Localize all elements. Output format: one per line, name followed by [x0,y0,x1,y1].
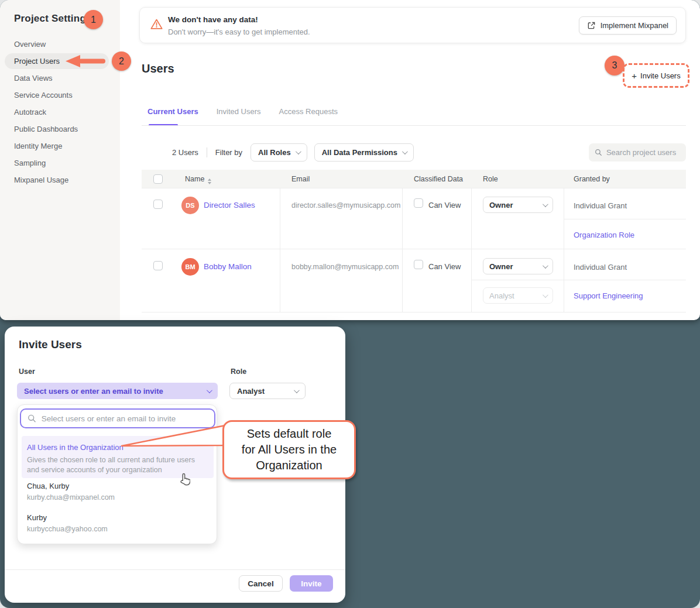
banner-subtitle: Don't worry—it's easy to get implemented… [168,28,310,36]
support-engineering-link[interactable]: Support Engineering [574,291,643,300]
step-badge-2: 2 [112,51,131,71]
chevron-down-icon [543,201,548,207]
column-divider [471,188,472,312]
all-roles-label: All Roles [258,148,291,157]
annotation-arrow-icon [66,54,107,68]
tab-access-requests[interactable]: Access Requests [279,107,338,116]
all-roles-filter[interactable]: All Roles [251,143,307,162]
role-dropdown[interactable]: Owner [483,197,553,213]
granted-by-value: Individual Grant [574,263,627,272]
chevron-down-icon [294,387,300,393]
option-chua-kurby[interactable]: Chua, Kurby kurby.chua@mixpanel.com [27,482,115,501]
step-badge-3: 3 [605,56,624,75]
option-all-users-org[interactable]: All Users in the Organization Gives the … [22,436,214,478]
role-select[interactable]: Analyst [229,383,306,399]
chevron-down-icon [543,292,548,298]
search-input[interactable] [606,148,680,157]
banner-title: We don't have any data! [168,15,258,24]
dropdown-search-input[interactable] [42,414,208,423]
option-title: Kurby [27,513,108,522]
option-title: Chua, Kurby [27,482,115,490]
invite-users-button[interactable]: + Invite Users [632,71,680,81]
row-divider [142,249,686,249]
all-data-permissions-filter[interactable]: All Data Permissions [314,143,414,162]
chevron-down-icon [296,149,301,154]
sidebar-item-mixpanel-usage[interactable]: Mixpanel Usage [5,172,109,188]
tab-current-users[interactable]: Current Users [147,107,198,116]
sidebar-item-service-accounts[interactable]: Service Accounts [5,87,109,103]
table-bottom-border [142,312,686,312]
sidebar-item-autotrack[interactable]: Autotrack [5,104,109,120]
option-email: kurby.chua@mixpanel.com [27,493,115,501]
users-tabs: Current Users Invited Users Access Reque… [147,107,338,116]
search-icon [595,148,602,157]
role-select-value: Analyst [237,387,265,396]
hand-cursor-icon [179,473,190,486]
sidebar-item-overview[interactable]: Overview [5,36,109,52]
role-value: Owner [489,201,513,209]
settings-sidebar: Project Settings Overview Project Users … [0,0,120,320]
option-email: kurbycchua@yahoo.com [27,525,108,533]
user-count: 2 Users [172,148,198,157]
row-checkbox[interactable] [153,200,163,209]
column-header-name[interactable]: Name [185,170,211,188]
search-icon [28,414,36,423]
dialog-title: Invite Users [19,338,82,351]
can-view-checkbox[interactable] [414,260,423,269]
role-dropdown[interactable]: Owner [483,258,553,274]
select-all-checkbox[interactable] [153,174,163,184]
sidebar-title: Project Settings [14,13,92,25]
column-header-role: Role [483,170,498,188]
column-header-granted-by: Granted by [574,170,610,188]
project-settings-screen: Project Settings Overview Project Users … [0,0,700,320]
sort-icon [208,178,211,184]
role-value: Analyst [489,291,514,300]
grant-divider [564,219,686,219]
user-name-link[interactable]: Bobby Mallon [204,262,252,271]
option-title: All Users in the Organization [27,443,208,452]
screenshot-page: Project Settings Overview Project Users … [0,0,700,608]
annotation-callout: Sets default role for All Users in the O… [222,420,356,479]
sidebar-item-identity-merge[interactable]: Identity Merge [5,138,109,154]
chevron-down-icon [207,387,212,393]
column-divider [564,188,564,312]
role-field-label: Role [231,367,246,376]
can-view-label: Can View [428,262,461,271]
column-header-email: Email [291,170,310,188]
role-value: Owner [489,262,513,271]
grant-divider [471,280,686,280]
user-field-label: User [19,367,35,376]
column-header-classified-data: Classified Data [414,170,463,188]
chevron-down-icon [543,263,548,269]
step-badge-1: 1 [84,10,103,29]
chevron-down-icon [402,149,408,154]
sidebar-item-sampling[interactable]: Sampling [5,155,109,171]
organization-role-link[interactable]: Organization Role [574,231,634,239]
sidebar-item-public-dashboards[interactable]: Public Dashboards [5,121,109,137]
sidebar-item-data-views[interactable]: Data Views [5,70,109,86]
filter-by-label: Filter by [215,148,242,157]
can-view-label: Can View [428,201,461,209]
users-table: Name Email Classified Data Role Granted … [142,170,686,312]
table-header: Name Email Classified Data Role Granted … [142,170,686,188]
option-kurby[interactable]: Kurby kurbycchua@yahoo.com [27,513,108,533]
can-view-checkbox[interactable] [414,198,423,208]
banner-action-label: Implement Mixpanel [601,21,668,30]
dropdown-search[interactable] [20,408,215,428]
implement-mixpanel-button[interactable]: Implement Mixpanel [579,16,677,35]
cancel-button[interactable]: Cancel [239,575,283,592]
invite-users-label: Invite Users [640,71,681,80]
invite-button[interactable]: Invite [290,575,333,592]
row-checkbox[interactable] [153,261,163,270]
page-title: Users [142,62,174,75]
avatar: DS [181,197,199,214]
tab-invited-users[interactable]: Invited Users [217,107,261,116]
user-select-value: Select users or enter an email to invite [24,387,163,396]
search-project-users[interactable] [589,143,686,162]
user-select[interactable]: Select users or enter an email to invite [17,383,218,399]
toolbar-divider [207,147,207,157]
column-divider [402,188,403,312]
warning-triangle-icon [150,18,163,30]
dialog-footer-divider [5,569,345,570]
user-name-link[interactable]: Director Salles [204,201,255,209]
